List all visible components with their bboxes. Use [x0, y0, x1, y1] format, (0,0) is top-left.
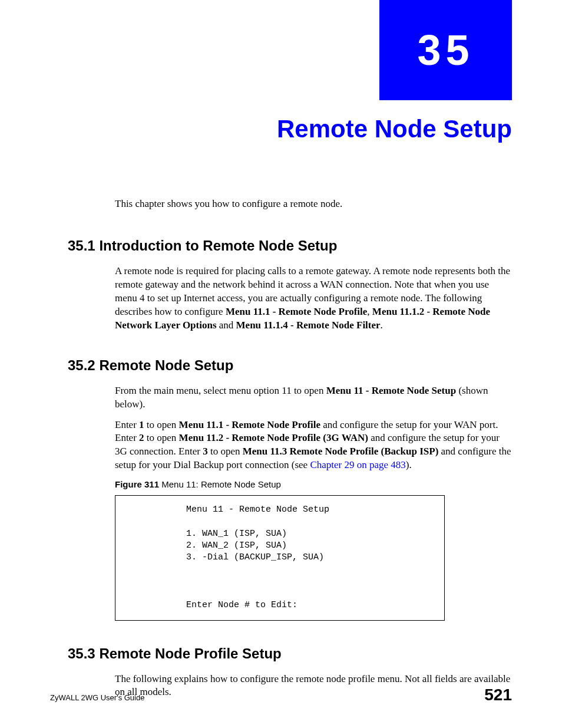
- text-run: to open: [208, 446, 243, 457]
- figure-label: Figure 311: [115, 479, 161, 489]
- text-run: and: [217, 319, 236, 331]
- chapter-title: Remote Node Setup: [277, 115, 512, 143]
- section-35-1-paragraph: A remote node is required for placing ca…: [115, 265, 512, 332]
- text-bold: Menu 11 - Remote Node Setup: [326, 385, 457, 396]
- page-content: This chapter shows you how to configure …: [68, 197, 512, 706]
- chapter-number-box: 35: [379, 0, 512, 100]
- text-bold: Menu 11.2 - Remote Node Profile (3G WAN): [179, 432, 368, 443]
- figure-title: Menu 11: Remote Node Setup: [161, 479, 281, 489]
- text-bold: 2: [139, 432, 144, 443]
- cross-reference-link[interactable]: Chapter 29 on page 483: [310, 459, 405, 470]
- text-run: From the main menu, select menu option 1…: [115, 385, 326, 396]
- section-heading-35-3: 35.3 Remote Node Profile Setup: [68, 645, 512, 662]
- text-bold: 1: [139, 419, 144, 430]
- text-bold: Menu 11.1 - Remote Node Profile: [226, 306, 367, 317]
- text-bold: Menu 11.1 - Remote Node Profile: [179, 419, 320, 430]
- text-run: ,: [367, 306, 372, 317]
- chapter-number: 35: [417, 26, 474, 74]
- text-run: Enter: [115, 419, 139, 430]
- text-run: .: [381, 319, 383, 331]
- chapter-intro: This chapter shows you how to configure …: [115, 197, 512, 211]
- text-bold: Menu 11.3 Remote Node Profile (Backup IS…: [243, 446, 439, 457]
- footer-guide-name: ZyWALL 2WG User's Guide: [50, 693, 144, 702]
- section-35-2-paragraph-1: From the main menu, select menu option 1…: [115, 384, 512, 411]
- text-run: ).: [406, 459, 412, 470]
- text-bold: Menu 11.1.4 - Remote Node Filter: [236, 319, 381, 331]
- menu-screenshot-box: Menu 11 - Remote Node Setup 1. WAN_1 (IS…: [115, 495, 445, 620]
- section-35-2-paragraph-2: Enter 1 to open Menu 11.1 - Remote Node …: [115, 419, 512, 473]
- text-run: to open: [144, 419, 179, 430]
- footer-page-number: 521: [484, 686, 512, 704]
- section-heading-35-1: 35.1 Introduction to Remote Node Setup: [68, 238, 512, 254]
- text-run: to open: [144, 432, 179, 443]
- figure-caption: Figure 311 Menu 11: Remote Node Setup: [115, 479, 512, 489]
- page-footer: ZyWALL 2WG User's Guide 521: [50, 686, 512, 704]
- section-heading-35-2: 35.2 Remote Node Setup: [68, 357, 512, 374]
- text-bold: 3: [203, 446, 208, 457]
